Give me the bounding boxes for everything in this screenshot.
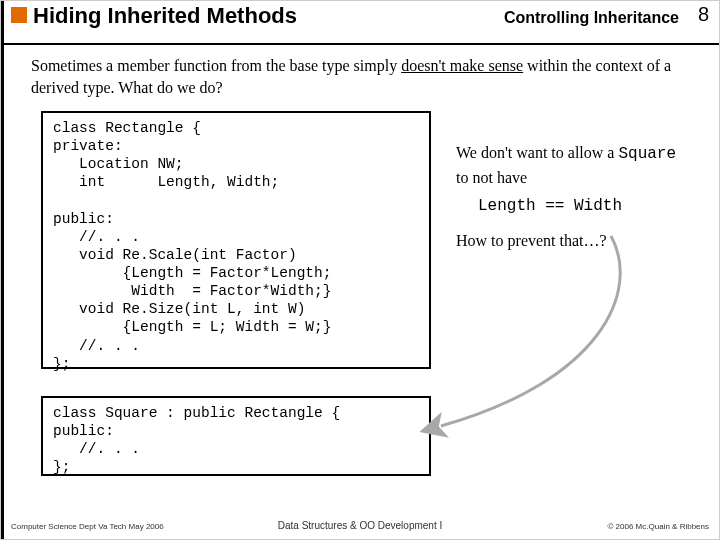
intro-text: Sometimes a member function from the bas… bbox=[31, 55, 689, 98]
page-number: 8 bbox=[698, 3, 709, 26]
side-line-1: We don't want to allow a Square to not h… bbox=[456, 141, 689, 189]
slide-marker-icon bbox=[11, 7, 27, 23]
slide: Hiding Inherited Methods Controlling Inh… bbox=[0, 0, 720, 540]
intro-underlined: doesn't make sense bbox=[401, 57, 523, 74]
arrow-icon bbox=[401, 231, 661, 451]
section-label: Controlling Inheritance bbox=[504, 9, 679, 27]
side-line-1a: We don't want to allow a bbox=[456, 144, 614, 161]
code-box-rectangle: class Rectangle { private: Location NW; … bbox=[41, 111, 431, 369]
side-equation: Length == Width bbox=[478, 195, 689, 218]
intro-pre: Sometimes a member function from the bas… bbox=[31, 57, 401, 74]
code-box-square: class Square : public Rectangle { public… bbox=[41, 396, 431, 476]
side-line-1b: Square bbox=[618, 145, 676, 163]
slide-title: Hiding Inherited Methods bbox=[33, 3, 297, 29]
header: Hiding Inherited Methods Controlling Inh… bbox=[1, 1, 719, 43]
header-divider bbox=[1, 43, 719, 45]
footer-right: © 2006 Mc.Quain & Ribbens bbox=[607, 522, 709, 531]
left-border bbox=[1, 1, 4, 539]
side-line-1c: to not have bbox=[456, 169, 527, 186]
footer: Computer Science Dept Va Tech May 2006 D… bbox=[1, 513, 719, 539]
